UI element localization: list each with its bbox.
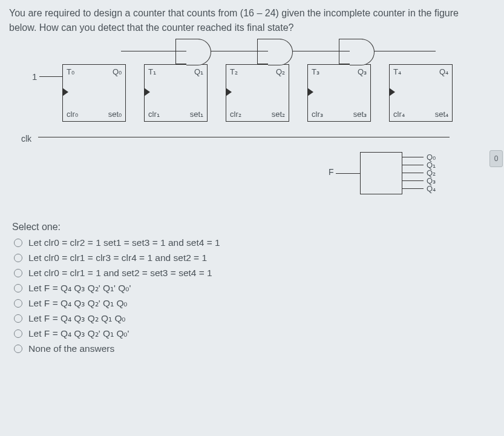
ff2-clk-icon — [226, 88, 232, 96]
input-1-label: 1 — [32, 71, 37, 82]
wire-f1 — [402, 165, 424, 165]
f-label: F — [329, 167, 334, 177]
question-line1: You are required to design a counter tha… — [9, 8, 459, 18]
clk-label: clk — [21, 134, 31, 144]
option-h[interactable]: None of the answers — [14, 343, 495, 354]
f-out-4: Q₄ — [427, 184, 436, 193]
wire-f0 — [402, 157, 424, 157]
flipflop-1: T₁ Q₁ clr₁ set₁ — [144, 64, 208, 122]
option-f-text: Let F = Q₄ Q₃ Q₂ Q₁ Q₀ — [28, 313, 126, 324]
ff4-clr: clr₄ — [393, 110, 405, 119]
radio-icon — [14, 345, 22, 353]
option-a-text: Let clr0 = clr2 = 1 set1 = set3 = 1 and … — [28, 237, 220, 248]
wire — [39, 76, 62, 77]
ff2-clr: clr₂ — [230, 110, 241, 119]
flipflop-4: T₄ Q₄ clr₄ set₄ — [389, 64, 453, 122]
option-e[interactable]: Let F = Q₄ Q₃ Q₂' Q₁ Q₀ — [14, 298, 495, 309]
ff3-set: set₃ — [353, 110, 367, 119]
radio-icon — [14, 329, 22, 338]
options-list: Let clr0 = clr2 = 1 set1 = set3 = 1 and … — [14, 237, 495, 354]
option-g[interactable]: Let F = Q₄ Q₃ Q₂' Q₁ Q₀' — [14, 328, 495, 339]
radio-icon — [14, 269, 22, 277]
ff0-clk-icon — [62, 88, 68, 96]
wire-f — [336, 173, 360, 174]
wire-f4 — [402, 188, 424, 189]
ff4-q: Q₄ — [439, 67, 448, 76]
ff3-clk-icon — [307, 88, 313, 96]
ff0-q: Q₀ — [113, 67, 122, 76]
option-g-text: Let F = Q₄ Q₃ Q₂' Q₁ Q₀' — [28, 328, 129, 339]
ff1-q: Q₁ — [194, 67, 203, 76]
option-f[interactable]: Let F = Q₄ Q₃ Q₂ Q₁ Q₀ — [14, 313, 495, 324]
option-h-text: None of the answers — [28, 343, 114, 354]
radio-icon — [14, 299, 22, 308]
flipflop-3: T₃ Q₃ clr₃ set₃ — [307, 64, 371, 122]
option-a[interactable]: Let clr0 = clr2 = 1 set1 = set3 = 1 and … — [14, 237, 495, 248]
and-gate-1 — [175, 39, 200, 64]
radio-icon — [14, 284, 22, 292]
question-text: You are required to design a counter tha… — [9, 6, 495, 35]
ff0-set: set₀ — [108, 110, 122, 119]
radio-icon — [14, 254, 22, 262]
ff1-clk-icon — [144, 88, 150, 96]
wire-f3 — [402, 180, 424, 181]
ff1-set: set₁ — [190, 110, 203, 119]
flipflop-0: T₀ Q₀ clr₀ set₀ — [62, 64, 126, 122]
ff1-t: T₁ — [148, 67, 156, 76]
ff4-t: T₄ — [393, 67, 401, 76]
radio-icon — [14, 314, 22, 323]
option-e-text: Let F = Q₄ Q₃ Q₂' Q₁ Q₀ — [28, 298, 127, 309]
ff1-clr: clr₁ — [148, 110, 160, 119]
ff3-t: T₃ — [312, 67, 319, 76]
question-line2: below. How can you detect that the count… — [9, 22, 294, 33]
ff4-set: set₄ — [435, 110, 448, 119]
ff3-q: Q₃ — [358, 67, 367, 76]
corner-badge[interactable]: 0 — [489, 150, 503, 167]
option-b-text: Let clr0 = clr1 = clr3 = clr4 = 1 and se… — [28, 253, 207, 263]
option-d[interactable]: Let F = Q₄ Q₃ Q₂' Q₁' Q₀' — [14, 283, 495, 294]
f-block — [360, 152, 402, 194]
radio-icon — [14, 239, 22, 247]
option-c-text: Let clr0 = clr1 = 1 and set2 = set3 = se… — [28, 268, 212, 279]
and-gate-2 — [257, 39, 281, 64]
option-b[interactable]: Let clr0 = clr1 = clr3 = clr4 = 1 and se… — [14, 253, 495, 263]
ff2-set: set₂ — [272, 110, 285, 119]
and-gate-3 — [339, 39, 363, 64]
flipflop-2: T₂ Q₂ clr₂ set₂ — [226, 64, 289, 122]
wire-clk — [38, 137, 450, 137]
ff3-clr: clr₃ — [312, 110, 323, 119]
ff0-t: T₀ — [67, 67, 74, 76]
select-one-label: Select one: — [12, 222, 495, 233]
option-d-text: Let F = Q₄ Q₃ Q₂' Q₁' Q₀' — [28, 283, 131, 294]
ff4-clk-icon — [389, 88, 395, 96]
ff0-clr: clr₀ — [67, 110, 78, 119]
counter-figure: 1 clk T₀ Q₀ clr₀ set₀ T₁ Q₁ clr₁ set₁ T₂… — [21, 46, 493, 203]
ff2-t: T₂ — [230, 67, 238, 76]
wire-f2 — [402, 173, 424, 173]
option-c[interactable]: Let clr0 = clr1 = 1 and set2 = set3 = se… — [14, 268, 495, 279]
ff2-q: Q₂ — [276, 67, 285, 76]
